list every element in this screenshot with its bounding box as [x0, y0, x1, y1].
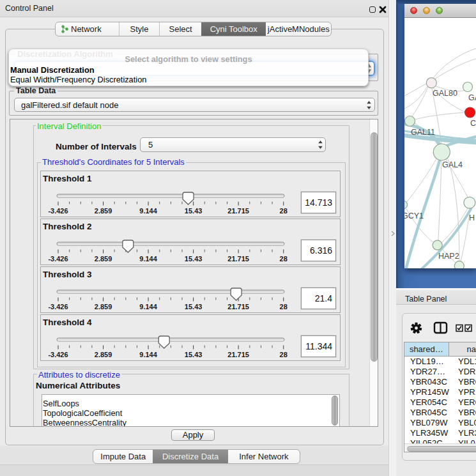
svg-text:15.43: 15.43 [185, 207, 203, 215]
svg-text:21.715: 21.715 [227, 207, 249, 215]
svg-text:21.715: 21.715 [227, 351, 249, 358]
svg-text:28: 28 [280, 303, 288, 311]
svg-text:GAL4: GAL4 [442, 160, 463, 169]
svg-text:2.859: 2.859 [95, 351, 112, 358]
svg-text:-3.426: -3.426 [48, 351, 68, 358]
svg-text:28: 28 [280, 207, 288, 215]
svg-text:15.43: 15.43 [185, 255, 203, 263]
svg-text:9.144: 9.144 [139, 303, 157, 311]
svg-text:-3.426: -3.426 [48, 303, 68, 311]
svg-text:-3.426: -3.426 [48, 255, 68, 263]
svg-text:GCY1: GCY1 [404, 211, 424, 220]
svg-text:9.144: 9.144 [139, 207, 157, 215]
svg-text:15.43: 15.43 [185, 351, 203, 358]
svg-text:28: 28 [280, 351, 288, 358]
svg-text:28: 28 [280, 255, 288, 263]
svg-text:GA: GA [468, 93, 476, 102]
svg-text:15.43: 15.43 [185, 303, 203, 311]
svg-text:2.859: 2.859 [95, 207, 112, 215]
svg-text:C: C [470, 119, 476, 128]
svg-text:-3.426: -3.426 [48, 207, 68, 215]
svg-text:GAL80: GAL80 [433, 89, 457, 98]
svg-text:GAL11: GAL11 [411, 128, 435, 137]
svg-text:21.715: 21.715 [227, 255, 249, 263]
svg-text:HAP2: HAP2 [438, 252, 459, 261]
svg-text:2.859: 2.859 [95, 255, 112, 263]
svg-text:9.144: 9.144 [139, 351, 157, 358]
svg-text:21.715: 21.715 [227, 303, 249, 311]
svg-text:H: H [469, 213, 475, 222]
svg-text:9.144: 9.144 [139, 255, 157, 263]
svg-text:2.859: 2.859 [95, 303, 112, 311]
